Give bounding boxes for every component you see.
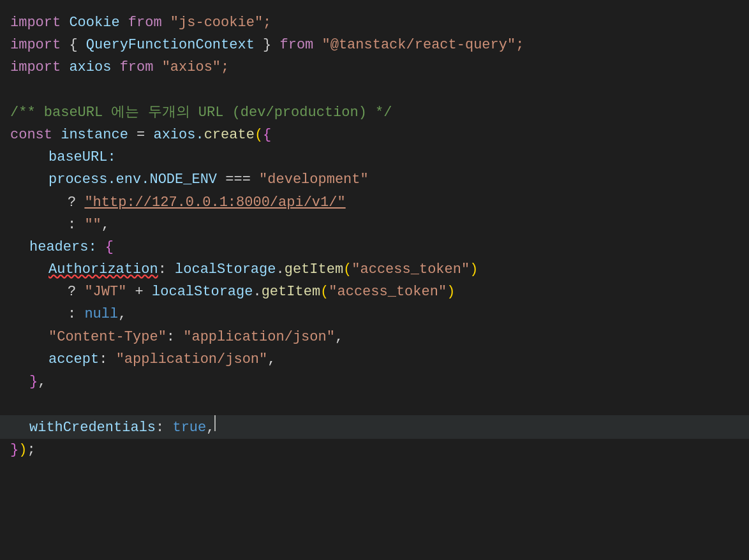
code-line-nodeenv: process.env.NODE_ENV === "development" bbox=[0, 168, 749, 191]
text-cursor bbox=[214, 415, 216, 431]
code-line-authorization: Authorization: localStorage.getItem("acc… bbox=[0, 258, 749, 281]
code-line-close-instance: }); bbox=[0, 439, 749, 461]
code-editor: import Cookie from "js-cookie"; import {… bbox=[0, 0, 749, 560]
code-line-null: : null, bbox=[0, 303, 749, 325]
code-line-withcredentials: withCredentials: true, bbox=[0, 415, 749, 438]
code-line-baseurl: baseURL: bbox=[0, 146, 749, 168]
code-line-headers: headers: { bbox=[0, 236, 749, 258]
code-line-instance: const instance = axios.create({ bbox=[0, 124, 749, 146]
code-line-close-headers: }, bbox=[0, 371, 749, 393]
code-line-jwt: ? "JWT" + localStorage.getItem("access_t… bbox=[0, 281, 749, 303]
code-line: import Cookie from "js-cookie"; bbox=[0, 11, 749, 34]
code-line-empty2 bbox=[0, 393, 749, 415]
code-line: import { QueryFunctionContext } from "@t… bbox=[0, 34, 749, 56]
code-line-empty-str: : "", bbox=[0, 214, 749, 236]
code-line-comment: /** baseURL 에는 두개의 URL (dev/production) … bbox=[0, 101, 749, 124]
code-line-accept: accept: "application/json", bbox=[0, 348, 749, 371]
code-line-content-type: "Content-Type": "application/json", bbox=[0, 326, 749, 348]
code-line-empty bbox=[0, 79, 749, 101]
code-line: import axios from "axios"; bbox=[0, 56, 749, 78]
kw: import bbox=[10, 11, 61, 34]
code-line-devurl: ? "http://127.0.0.1:8000/api/v1/" bbox=[0, 191, 749, 214]
